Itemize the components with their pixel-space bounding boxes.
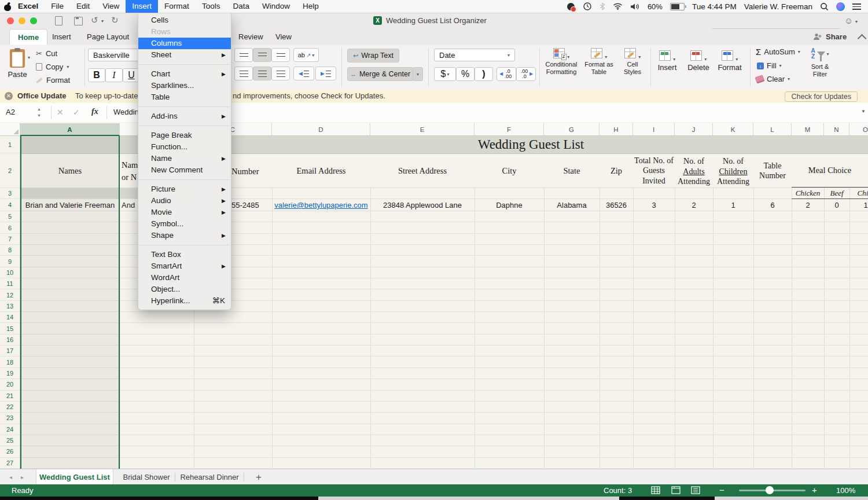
cell-d2-email-header[interactable]: Email Address [272, 153, 370, 188]
menu-item-cells[interactable]: Cells [138, 14, 231, 26]
cell-h2-zip-header[interactable]: Zip [599, 153, 633, 188]
column-header-N[interactable]: N [824, 123, 849, 136]
tab-page-layout[interactable]: Page Layout [79, 29, 137, 45]
menu-item-columns[interactable]: Columns [138, 38, 231, 49]
paste-button[interactable]: ▾ Paste [6, 49, 29, 79]
minimize-window-button[interactable] [19, 17, 25, 24]
cell-f4-city[interactable]: Daphne [475, 199, 544, 211]
conditional-formatting-button[interactable]: ≠ ▾ Conditional Formatting [543, 48, 580, 75]
number-format-combo[interactable]: Date ▾ [434, 49, 515, 61]
orientation-button[interactable]: ab↗▾ [293, 48, 319, 62]
new-document-icon[interactable] [55, 16, 62, 25]
align-left-button[interactable] [234, 67, 253, 80]
grid-row-27[interactable] [20, 458, 868, 469]
cell-k4-children[interactable]: 1 [713, 199, 753, 211]
cell-g4-state[interactable]: Alabama [544, 199, 599, 211]
column-header-H[interactable]: H [599, 123, 633, 136]
close-window-button[interactable] [7, 17, 14, 24]
sheet-tab-bridal-shower[interactable]: Bridal Shower [118, 469, 175, 485]
add-sheet-button[interactable]: + [250, 469, 267, 485]
zoom-window-button[interactable] [30, 17, 37, 24]
cell-n3-beef[interactable]: Beef [824, 188, 849, 198]
grid-row-25[interactable] [20, 435, 868, 446]
menu-window[interactable]: Window [256, 0, 296, 13]
undo-icon[interactable]: ↺ [91, 15, 98, 25]
comma-style-button[interactable]: ) [475, 67, 493, 81]
cut-button[interactable]: ✂ Cut [36, 49, 57, 58]
menu-item-function[interactable]: Function... [138, 141, 231, 153]
menu-item-chart[interactable]: Chart▶ [138, 68, 231, 80]
align-center-button[interactable] [253, 67, 271, 80]
feedback-smiley-icon[interactable]: ☺ [844, 16, 853, 25]
time-machine-icon[interactable] [583, 2, 592, 11]
tab-home[interactable]: Home [9, 29, 47, 45]
menubar-user[interactable]: Valerie W. Freeman [744, 2, 812, 11]
clear-button[interactable]: Clear ▾ [756, 75, 790, 83]
notification-center-icon[interactable] [852, 3, 861, 10]
cell-m2-meal-choice-header[interactable]: Meal Choice [792, 153, 868, 188]
grid-row-17[interactable] [20, 345, 868, 356]
grid-row-21[interactable] [20, 391, 868, 402]
copy-button[interactable]: Copy ▾ [36, 62, 69, 71]
cell-j2-adults-header[interactable]: No. of Adults Attending [675, 153, 713, 188]
menu-item-hyperlink[interactable]: Hyperlink...⌘K [138, 295, 231, 307]
menu-item-picture[interactable]: Picture▶ [138, 183, 231, 195]
cell-h4-zip[interactable]: 36526 [599, 199, 633, 211]
menu-item-smartart[interactable]: SmartArt▶ [138, 260, 231, 272]
menu-item-wordart[interactable]: WordArt [138, 272, 231, 284]
cell-m3-chicken[interactable]: Chicken [792, 188, 824, 198]
cell-l4-table[interactable]: 6 [753, 199, 792, 211]
page-layout-view-icon[interactable] [671, 486, 681, 494]
cell-i2-guests-header[interactable]: Total No. of Guests Invited [633, 153, 675, 188]
column-header-L[interactable]: L [753, 123, 792, 136]
cell-g2-state-header[interactable]: State [544, 153, 599, 188]
delete-cells-button[interactable]: ▾ Delete [685, 50, 712, 72]
feedback-caret[interactable]: ▾ [855, 19, 858, 24]
menu-format[interactable]: Format [158, 0, 196, 13]
insert-cells-button[interactable]: ▾ Insert [654, 50, 681, 72]
tab-insert[interactable]: Insert [44, 29, 79, 45]
sheet-nav-right-icon[interactable]: ▸ [21, 469, 24, 485]
siri-icon[interactable] [836, 2, 845, 11]
menu-insert[interactable]: Insert [126, 0, 158, 13]
formula-content[interactable]: Weddin [113, 108, 139, 116]
grid-row-22[interactable] [20, 402, 868, 413]
menu-item-symbol[interactable]: Symbol... [138, 218, 231, 230]
column-header-F[interactable]: F [475, 123, 544, 136]
menu-item-new-comment[interactable]: New Comment [138, 164, 231, 176]
collapse-ribbon-chevron[interactable] [858, 34, 867, 43]
merge-center-caret[interactable]: ▾ [413, 67, 423, 81]
menu-help[interactable]: Help [296, 0, 325, 13]
insert-function-icon[interactable]: fx [91, 107, 98, 116]
tab-view[interactable]: View [267, 29, 300, 45]
menu-excel[interactable]: Excel [12, 0, 45, 13]
cell-o4-child[interactable]: 1 [849, 199, 868, 211]
align-right-button[interactable] [271, 67, 290, 80]
cell-styles-button[interactable]: ▾ Cell Styles [618, 48, 647, 75]
confirm-entry-icon[interactable]: ✓ [73, 108, 80, 117]
cell-e2-street-header[interactable]: Street Address [370, 153, 475, 188]
grid-row-26[interactable] [20, 446, 868, 457]
copy-caret[interactable]: ▾ [67, 64, 69, 69]
zoom-out-button[interactable]: − [719, 485, 724, 495]
menu-data[interactable]: Data [226, 0, 256, 13]
cell-b4-fragment[interactable]: And [122, 199, 135, 211]
check-for-updates-button[interactable]: Check for Updates [785, 91, 858, 102]
cell-d4-email-link[interactable]: valerie@bettylupaperie.com [272, 199, 370, 211]
select-all-corner[interactable] [0, 123, 20, 136]
menu-edit[interactable]: Edit [70, 0, 96, 13]
format-painter-button[interactable]: Format [36, 76, 70, 84]
sheet-nav-left-icon[interactable]: ◂ [9, 469, 12, 485]
align-bottom-button[interactable] [271, 48, 290, 62]
cell-l2-table-header[interactable]: Table Number [753, 153, 792, 188]
autosum-button[interactable]: Σ AutoSum ▾ [756, 47, 800, 57]
format-cells-button[interactable]: ▾ Format [716, 50, 743, 72]
cell-k2-children-header[interactable]: No. of Children Attending [713, 153, 753, 188]
column-header-G[interactable]: G [544, 123, 599, 136]
column-header-M[interactable]: M [792, 123, 824, 136]
page-break-view-icon[interactable] [691, 486, 700, 494]
cell-a2-names-header[interactable]: Names [20, 153, 120, 188]
redo-icon[interactable]: ↻ [111, 15, 119, 25]
menu-item-text-box[interactable]: Text Box [138, 249, 231, 260]
menu-item-page-break[interactable]: Page Break [138, 130, 231, 141]
